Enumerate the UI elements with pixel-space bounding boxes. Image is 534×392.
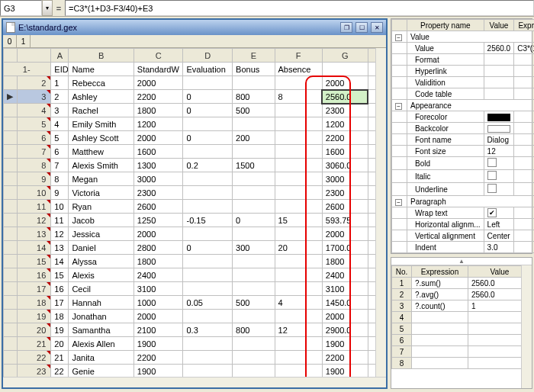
cell[interactable]: 1300 [134,159,183,172]
cell[interactable]: 2200 [134,351,183,365]
row-header[interactable]: 16 [18,268,51,282]
property-value[interactable] [484,54,514,66]
expr-no[interactable]: 2 [392,289,412,300]
property-expr[interactable] [514,219,534,230]
cell[interactable]: 0 [183,104,233,117]
row-header[interactable]: 9 [18,172,51,186]
expr-expr[interactable]: ?.count() [412,300,468,312]
header-row-label[interactable]: 1- [4,63,51,76]
row-gutter[interactable] [4,323,18,337]
property-expr[interactable] [514,111,534,123]
cell[interactable]: 2400 [134,268,183,282]
tree-toggle[interactable]: − [392,100,407,111]
expr-no[interactable]: 6 [392,335,412,346]
row-gutter[interactable] [4,255,18,268]
cell[interactable]: 1900 [134,365,183,378]
row-gutter[interactable]: ▶ [4,90,18,104]
property-value[interactable] [484,77,514,88]
cell[interactable]: Megan [69,172,134,186]
cell[interactable]: 1600 [134,145,183,159]
cell[interactable] [233,310,275,323]
row-gutter[interactable] [4,200,18,214]
row-gutter[interactable] [4,268,18,282]
row-header[interactable]: 13 [18,227,51,241]
cell[interactable]: 1800 [134,255,183,268]
expr-no[interactable]: 3 [392,300,412,312]
cell[interactable]: Victoria [69,186,134,200]
row-gutter[interactable] [4,214,18,227]
expr-expr[interactable] [412,323,468,335]
property-expr[interactable] [514,242,534,253]
cell[interactable]: 2300 [322,104,368,117]
cell[interactable]: 3100 [322,282,368,296]
maximize-icon[interactable]: ☐ [355,22,368,33]
cell[interactable]: Genie [69,365,134,378]
row-header[interactable]: 20 [18,323,51,337]
cell[interactable] [183,172,233,186]
row-header[interactable]: 12 [18,214,51,227]
cell[interactable]: 0 [233,214,275,227]
cell[interactable] [183,255,233,268]
row-header[interactable]: 15 [18,255,51,268]
cell[interactable]: 2000 [134,76,183,90]
checkbox[interactable] [487,158,497,167]
cell[interactable]: Daniel [69,241,134,255]
property-value[interactable] [484,123,514,134]
cell[interactable] [233,255,275,268]
cell[interactable] [275,282,322,296]
cell[interactable]: 2000 [134,131,183,145]
cell[interactable] [275,268,322,282]
horizontal-scrollbar[interactable] [3,377,386,387]
cell[interactable]: 2200 [322,131,368,145]
cell[interactable] [183,310,233,323]
cell[interactable]: 1600 [322,145,368,159]
cell[interactable]: Matthew [69,145,134,159]
cell[interactable]: 1 [51,76,69,90]
cell[interactable]: 2000 [134,227,183,241]
property-value[interactable]: 12 [484,146,514,157]
hdr-Absence[interactable]: Absence [275,63,322,76]
restore-down-icon[interactable]: ❐ [340,22,352,33]
cell[interactable]: 1700.0 [322,241,368,255]
cell[interactable]: 11 [51,214,69,227]
property-expr[interactable] [514,66,534,77]
cell[interactable]: 3 [51,104,69,117]
cell[interactable]: 1900 [134,337,183,351]
expr-no[interactable]: 7 [392,346,412,358]
col-B[interactable]: B [69,49,134,63]
cell[interactable] [233,282,275,296]
property-value[interactable]: Center [484,230,514,242]
property-value[interactable] [484,183,514,196]
hdr-Evaluation[interactable]: Evaluation [183,63,233,76]
spreadsheet-grid[interactable]: A B C D E F G 1- EID Name [3,48,386,377]
col-F[interactable]: F [275,49,322,63]
corner-cell[interactable] [4,49,18,63]
cell[interactable]: 6 [51,145,69,159]
cell[interactable]: 9 [51,186,69,200]
cell[interactable]: 4 [51,117,69,131]
cell[interactable]: Alexis Smith [69,159,134,172]
cell[interactable]: 17 [51,296,69,310]
property-value[interactable]: 3.0 [484,242,514,253]
cell[interactable]: 1250 [134,214,183,227]
cell[interactable]: 21 [51,351,69,365]
tree-toggle[interactable]: − [392,31,407,43]
property-expr[interactable] [514,230,534,242]
property-value[interactable] [484,88,514,100]
cell[interactable] [275,186,322,200]
cell[interactable] [275,351,322,365]
cell[interactable]: 1900 [322,365,368,378]
cell-ref-dropdown-icon[interactable]: ▾ [42,0,53,16]
cell[interactable]: 3060.0 [322,159,368,172]
hdr-Bonus[interactable]: Bonus [233,63,275,76]
expr-expr[interactable] [412,346,468,358]
row-header[interactable]: 18 [18,296,51,310]
cell[interactable] [275,159,322,172]
cell[interactable] [275,200,322,214]
cell[interactable] [183,76,233,90]
cell[interactable]: 200 [233,131,275,145]
tab-0[interactable]: 0 [3,35,17,47]
row-gutter[interactable] [4,76,18,90]
row-gutter[interactable] [4,241,18,255]
row-gutter[interactable] [4,227,18,241]
